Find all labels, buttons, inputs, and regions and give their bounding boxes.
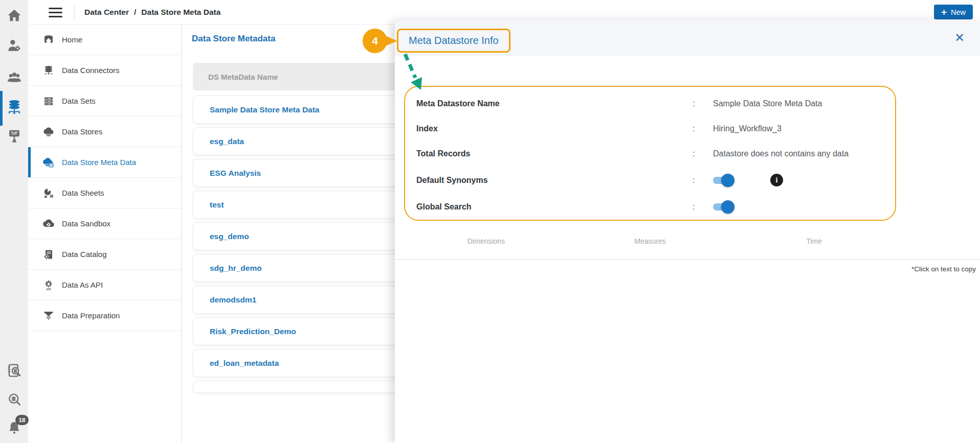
sidebar-item-label: Data Stores — [62, 127, 102, 136]
field-separator: : — [693, 124, 713, 133]
search-datastore-icon[interactable] — [0, 391, 28, 408]
sidebar-item-data-stores[interactable]: Data Stores — [28, 116, 181, 147]
field-row-meta-datastore-name: Meta Datastore Name : Sample Data Store … — [405, 91, 895, 116]
feedback-user-icon[interactable] — [0, 127, 28, 143]
tab-time[interactable]: Time — [732, 237, 896, 245]
breadcrumb: Data Center / Data Store Meta Data — [84, 0, 220, 25]
list-item[interactable]: test — [193, 191, 420, 219]
sidebar-item-data-connectors[interactable]: Data Connectors — [28, 55, 181, 86]
list-item[interactable]: demodsdm1 — [193, 286, 420, 314]
tab-measures[interactable]: Measures — [568, 237, 732, 245]
annotation-arrow-icon — [398, 51, 434, 97]
data-center-icon — [6, 98, 23, 116]
sidebar-item-data-store-meta-data[interactable]: </> Data Store Meta Data — [28, 147, 181, 178]
data-connectors-icon — [42, 64, 55, 77]
field-label: Meta Datastore Name — [416, 99, 693, 108]
sidebar-item-data-preparation[interactable]: Data Preparation — [28, 300, 181, 331]
sidebar-item-label: Data Sheets — [62, 189, 104, 197]
icon-rail: 18 — [0, 0, 28, 443]
plus-icon: + — [941, 7, 947, 17]
field-value[interactable]: Sample Data Store Meta Data — [713, 99, 895, 108]
breadcrumb-section[interactable]: Data Center — [84, 8, 129, 17]
field-row-total-records: Total Records : Datastore does not conta… — [405, 141, 895, 166]
sidebar-item-label: Data Sandbox — [62, 219, 110, 228]
user-settings-icon — [7, 38, 22, 53]
sidebar-item-label: Home — [62, 35, 82, 44]
svg-text:</>: </> — [50, 164, 53, 166]
page-title: Data Store Metadata — [192, 34, 275, 44]
data-center-icon[interactable] — [0, 98, 28, 116]
users-group-icon — [7, 69, 22, 85]
sidebar-item-data-sandbox[interactable]: Data Sandbox — [28, 208, 181, 239]
search-datastore-icon — [7, 391, 22, 408]
list-item[interactable]: esg_demo — [193, 222, 420, 250]
field-separator: : — [693, 99, 713, 108]
data-sets-icon — [42, 95, 55, 107]
breadcrumb-separator: / — [134, 8, 136, 17]
list-item[interactable]: ed_loan_metadata — [193, 349, 420, 377]
tabs-divider — [395, 259, 980, 260]
list-item[interactable]: esg_data — [193, 127, 420, 155]
sidebar-item-label: Data As API — [62, 281, 103, 289]
data-sheets-icon — [42, 187, 55, 199]
sidebar-item-label: Data Preparation — [62, 311, 120, 320]
field-value[interactable]: Hiring_Workflow_3 — [713, 124, 895, 133]
global-search-toggle[interactable] — [713, 200, 734, 214]
audit-log-icon[interactable] — [0, 362, 28, 379]
sidebar-item-label: Data Store Meta Data — [62, 158, 136, 167]
list-item[interactable]: sdg_hr_demo — [193, 254, 420, 282]
hamburger-menu-icon[interactable] — [49, 8, 62, 17]
svg-text:API: API — [46, 287, 51, 290]
list-item[interactable]: Sample Data Store Meta Data — [193, 96, 420, 124]
sidebar-item-data-sheets[interactable]: Data Sheets — [28, 178, 181, 208]
toggle-thumb — [721, 174, 734, 187]
drawer-title: Meta Datastore Info — [409, 35, 499, 46]
sidebar-item-data-as-api[interactable]: API Data As API — [28, 270, 181, 300]
sidebar-item-data-catalog[interactable]: Data Catalog — [28, 239, 181, 270]
toggle-thumb — [721, 200, 734, 214]
list-item[interactable]: Risk_Prediction_Demo — [193, 317, 420, 345]
sidebar-item-home[interactable]: Home — [28, 25, 181, 55]
field-controls — [713, 200, 895, 214]
field-separator: : — [693, 176, 713, 185]
close-icon[interactable]: ✕ — [954, 32, 965, 44]
field-label: Total Records — [416, 149, 693, 158]
notification-count-badge: 18 — [15, 415, 29, 425]
sidebar-item-label: Data Catalog — [62, 250, 107, 259]
sidebar-nav: Home Data Connectors Data Sets — [28, 25, 182, 443]
users-group-icon[interactable] — [0, 69, 28, 85]
field-label: Default Synonyms — [416, 176, 693, 185]
data-as-api-icon: API — [42, 279, 55, 291]
copy-hint-text: *Click on text to copy — [911, 265, 976, 273]
field-row-index: Index : Hiring_Workflow_3 — [405, 116, 895, 141]
meta-datastore-info-drawer: Meta Datastore Info ✕ Meta Datastore Nam… — [395, 20, 980, 443]
field-row-default-synonyms: Default Synonyms : i — [405, 166, 895, 194]
field-separator: : — [693, 149, 713, 158]
home-icon — [7, 8, 22, 23]
metadata-list: Sample Data Store Meta Data esg_data ESG… — [193, 96, 420, 393]
field-separator: : — [693, 202, 713, 212]
data-sandbox-icon — [42, 218, 55, 230]
user-settings-icon[interactable] — [0, 38, 28, 53]
tab-dimensions[interactable]: Dimensions — [404, 237, 568, 245]
breadcrumb-page: Data Store Meta Data — [141, 8, 220, 17]
field-row-global-search: Global Search : — [405, 194, 895, 219]
drawer-title-highlight-box: Meta Datastore Info — [397, 29, 510, 53]
sidebar-item-label: Data Sets — [62, 97, 96, 105]
field-controls: i — [713, 174, 895, 187]
new-button[interactable]: + New — [934, 5, 973, 19]
datastore-info-card: Meta Datastore Name : Sample Data Store … — [404, 86, 896, 221]
sidebar-item-data-sets[interactable]: Data Sets — [28, 86, 181, 116]
column-header-ds-metadata-name: DS MetaData Name — [193, 63, 420, 90]
drawer-tabs: Dimensions Measures Time — [404, 237, 896, 245]
default-synonyms-toggle[interactable] — [713, 174, 734, 187]
new-button-label: New — [951, 8, 966, 16]
topbar-divider — [74, 5, 75, 19]
list-item[interactable]: ESG Analysis — [193, 159, 420, 187]
info-icon[interactable]: i — [770, 174, 783, 186]
data-store-meta-data-icon: </> — [42, 156, 55, 169]
home-icon[interactable] — [0, 8, 28, 23]
database-home-icon — [42, 34, 55, 46]
field-value[interactable]: Datastore does not contains any data — [713, 149, 895, 158]
list-item-partial[interactable] — [193, 381, 420, 393]
